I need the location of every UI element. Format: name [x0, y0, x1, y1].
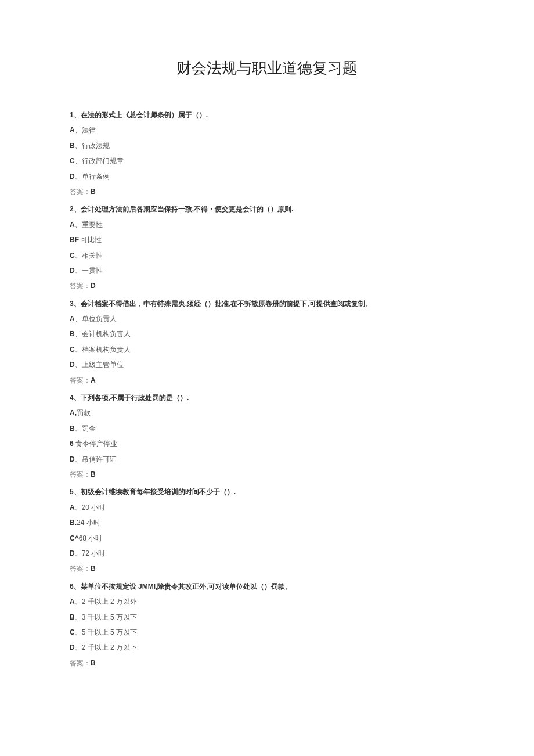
answer-label: 答案： [70, 188, 91, 196]
question-block: 2、会计处理方法前后各期应当保持一致,不得・便交更是会计的（）原则.A、重要性B… [70, 201, 464, 293]
option-label: A [70, 221, 75, 229]
option-text: 、上级主管单位 [75, 361, 124, 369]
option-label: B [70, 424, 75, 433]
answer-label: 答案： [70, 376, 91, 384]
question-number: 6 [70, 582, 74, 591]
option-text: 24 小时 [77, 519, 100, 527]
option-text: 、行政法规 [75, 142, 110, 150]
option: BF 可比性 [70, 232, 464, 247]
option-label: D [70, 549, 75, 557]
option-label: A [70, 315, 75, 323]
question-body: 、在法的形式上《总会计师条例）属于（）. [74, 111, 208, 119]
option-label: C [70, 251, 75, 260]
option: C、相关性 [70, 248, 464, 263]
option-label: BF [70, 236, 79, 244]
option-text: 、2 千以上 2 万以外 [75, 597, 137, 606]
option-label: B [70, 142, 75, 150]
option: D、2 千以上 2 万以下 [70, 640, 464, 655]
answer-value: B [91, 564, 96, 573]
option-text: 、重要性 [75, 221, 103, 229]
option: D、72 小时 [70, 546, 464, 561]
option-label: D [70, 267, 75, 275]
option-label: A, [70, 409, 77, 417]
question-text: 3、会计档案不得借出，中有特殊需央,须经（）批准,在不拆散原卷册的前提下,可提供… [70, 296, 464, 311]
option-text: 、罚金 [75, 424, 96, 433]
option-text: 、相关性 [75, 251, 103, 260]
option-text: 、一贯性 [75, 267, 103, 275]
option-text: 、法律 [75, 126, 96, 134]
option: D、单行条例 [70, 169, 464, 184]
option: D、吊俏许可证 [70, 452, 464, 467]
option: C、行政部门规章 [70, 153, 464, 168]
answer-line: 答案：B [70, 561, 464, 576]
option-label: B. [70, 519, 77, 527]
option: B、罚金 [70, 421, 464, 436]
answer-value: A [91, 376, 96, 384]
answer-value: B [91, 659, 96, 667]
option: A、重要性 [70, 217, 464, 232]
option-text: 、单行条例 [75, 172, 110, 181]
question-text: 6、某单位不按规定设 JMMI,除贵令其改正外,可对读单位处以（）罚款。 [70, 579, 464, 594]
option-label: B [70, 613, 75, 621]
option-text: 、72 小时 [75, 549, 106, 557]
option-text: 、3 千以上 5 万以下 [75, 613, 137, 621]
question-block: 4、下列各项,不属于行政处罚的是（）.A,罚款B、罚金6 责令停产停业D、吊俏许… [70, 390, 464, 482]
option-text: 罚款 [77, 409, 91, 417]
answer-line: 答案：D [70, 278, 464, 293]
option: B、会计机构负责人 [70, 326, 464, 341]
answer-label: 答案： [70, 659, 91, 667]
option-text: 、会计机构负责人 [75, 330, 131, 338]
question-body: 、会计处理方法前后各期应当保持一致,不得・便交更是会计的（）原则. [74, 205, 294, 213]
question-text: 1、在法的形式上《总会计师条例）属于（）. [70, 107, 464, 123]
answer-line: 答案：B [70, 467, 464, 482]
question-block: 5、初级会计维埃教育每年接受培训的时间不少于（）.A、20 小时B.24 小时C… [70, 484, 464, 576]
question-body: 、会计档案不得借出，中有特殊需央,须经（）批准,在不拆散原卷册的前提下,可提供查… [74, 300, 372, 308]
option: D、一贯性 [70, 263, 464, 278]
option-label: D [70, 643, 75, 651]
option-label: A [70, 126, 75, 134]
option-label: D [70, 455, 75, 463]
option-label: A [70, 597, 75, 606]
option: A、单位负贡人 [70, 311, 464, 326]
answer-value: D [91, 282, 96, 290]
option-label: A [70, 503, 75, 512]
option: B、3 千以上 5 万以下 [70, 610, 464, 625]
question-text: 4、下列各项,不属于行政处罚的是（）. [70, 390, 464, 405]
option-label: C [70, 157, 75, 165]
answer-line: 答案：A [70, 373, 464, 388]
question-body: 、下列各项,不属于行政处罚的是（）. [74, 394, 189, 402]
question-text: 5、初级会计维埃教育每年接受培训的时间不少于（）. [70, 484, 464, 499]
option-text: 、单位负贡人 [75, 315, 117, 323]
question-number: 4 [70, 394, 74, 402]
option: A,罚款 [70, 405, 464, 420]
answer-value: B [91, 470, 96, 478]
answer-line: 答案：B [70, 184, 464, 199]
option-text: 责令停产停业 [74, 440, 117, 448]
question-block: 1、在法的形式上《总会计师条例）属于（）.A、法律B、行政法规C、行政部门规章D… [70, 107, 464, 199]
page-title: 财会法规与职业道德复习题 [70, 58, 464, 78]
option-text: 、5 千以上 5 万以下 [75, 628, 137, 636]
question-body: 、初级会计维埃教育每年接受培训的时间不少于（）. [74, 488, 236, 496]
question-number: 1 [70, 111, 74, 119]
option-text: 、档案机构负责人 [75, 345, 131, 354]
option: A、20 小时 [70, 500, 464, 515]
question-number: 5 [70, 488, 74, 496]
option: B.24 小时 [70, 515, 464, 530]
option-text: 、吊俏许可证 [75, 455, 117, 463]
answer-value: B [91, 188, 96, 196]
option: B、行政法规 [70, 138, 464, 153]
option-label: C [70, 345, 75, 354]
option: A、法律 [70, 123, 464, 138]
option-label: C [70, 628, 75, 636]
option-label: C^ [70, 534, 79, 542]
option-label: D [70, 172, 75, 181]
answer-label: 答案： [70, 470, 91, 478]
option-label: D [70, 361, 75, 369]
option: C、档案机构负责人 [70, 342, 464, 357]
option: C^68 小时 [70, 531, 464, 546]
question-body: 、某单位不按规定设 JMMI,除贵令其改正外,可对读单位处以（）罚款。 [74, 582, 292, 591]
answer-label: 答案： [70, 282, 91, 290]
answer-line: 答案：B [70, 656, 464, 671]
question-number: 3 [70, 300, 74, 308]
questions-container: 1、在法的形式上《总会计师条例）属于（）.A、法律B、行政法规C、行政部门规章D… [70, 107, 464, 671]
